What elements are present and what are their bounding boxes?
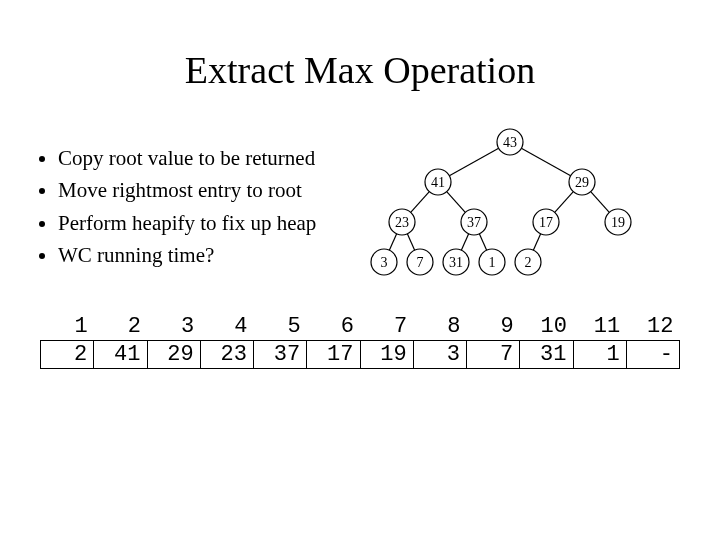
- tree-edge: [555, 192, 574, 213]
- array-value-cell: 41: [94, 341, 147, 369]
- array-index-cell: 7: [360, 313, 413, 341]
- array-index-cell: 4: [200, 313, 253, 341]
- tree-node-label: 37: [467, 215, 481, 230]
- array-value-cell: 23: [200, 341, 253, 369]
- heap-tree: 43412923371719373112: [360, 124, 680, 295]
- array-index-cell: 2: [94, 313, 147, 341]
- array-index-cell: 12: [626, 313, 679, 341]
- array-indices-row: 123456789101112: [41, 313, 680, 341]
- tree-edge: [591, 192, 610, 213]
- array-table: 123456789101112 241292337171937311-: [40, 313, 680, 369]
- tree-edge: [479, 234, 486, 250]
- array-value-cell: 31: [520, 341, 573, 369]
- tree-node-label: 43: [503, 135, 517, 150]
- tree-node-label: 41: [431, 175, 445, 190]
- array-value-cell: 17: [307, 341, 360, 369]
- tree-node-label: 31: [449, 255, 463, 270]
- array-index-cell: 11: [573, 313, 626, 341]
- tree-node-label: 19: [611, 215, 625, 230]
- array-index-cell: 3: [147, 313, 200, 341]
- tree-node-label: 17: [539, 215, 553, 230]
- array-index-cell: 10: [520, 313, 573, 341]
- tree-edge: [533, 234, 540, 250]
- tree-edge: [411, 192, 430, 213]
- tree-edge: [407, 234, 414, 250]
- array-value-cell: 3: [413, 341, 466, 369]
- tree-edge: [461, 234, 468, 250]
- tree-node-label: 1: [489, 255, 496, 270]
- bullet-item: Perform heapify to fix up heap: [58, 210, 360, 236]
- array-value-cell: -: [626, 341, 679, 369]
- bullet-item: Copy root value to be returned: [58, 145, 360, 171]
- tree-edge: [447, 192, 466, 213]
- bullet-item: WC running time?: [58, 242, 360, 268]
- array-values-row: 241292337171937311-: [41, 341, 680, 369]
- tree-node-label: 29: [575, 175, 589, 190]
- array-index-cell: 6: [307, 313, 360, 341]
- tree-edge: [521, 148, 570, 175]
- array-value-cell: 29: [147, 341, 200, 369]
- tree-edge: [389, 234, 396, 250]
- array-value-cell: 2: [41, 341, 94, 369]
- tree-node-label: 23: [395, 215, 409, 230]
- bullet-item: Move rightmost entry to root: [58, 177, 360, 203]
- tree-edge: [449, 148, 498, 175]
- array-index-cell: 8: [413, 313, 466, 341]
- array-value-cell: 7: [467, 341, 520, 369]
- tree-node-label: 3: [381, 255, 388, 270]
- page-title: Extract Max Operation: [0, 48, 720, 92]
- bullet-list: Copy root value to be returnedMove right…: [40, 145, 360, 274]
- array-value-cell: 1: [573, 341, 626, 369]
- array-index-cell: 1: [41, 313, 94, 341]
- array-value-cell: 19: [360, 341, 413, 369]
- array-index-cell: 5: [254, 313, 307, 341]
- tree-node-label: 7: [417, 255, 424, 270]
- tree-node-label: 2: [525, 255, 532, 270]
- array-value-cell: 37: [254, 341, 307, 369]
- array-index-cell: 9: [467, 313, 520, 341]
